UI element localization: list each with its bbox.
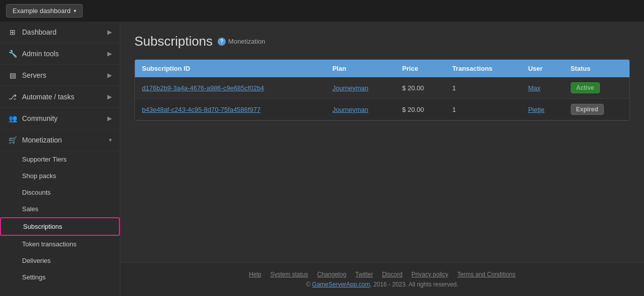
col-transactions: Transactions — [445, 60, 521, 77]
sidebar-subitem-deliveries[interactable]: Deliveries — [0, 252, 120, 269]
footer-links: HelpSystem statusChangelogTwitterDiscord… — [134, 271, 630, 278]
status-badge: Active — [571, 82, 600, 93]
badge-label: Monetization — [228, 38, 265, 45]
table-body: d176b2b9-3a4a-4676-a986-c9e685cf02b4 Jou… — [135, 77, 629, 120]
cart-icon: 🛒 — [8, 135, 17, 144]
sidebar-item-label: Admin tools — [22, 50, 59, 58]
footer-link[interactable]: Changelog — [317, 271, 346, 278]
sidebar-item-label: Servers — [22, 71, 46, 79]
wrench-icon: 🔧 — [8, 49, 17, 58]
sidebar-subitem-subscriptions[interactable]: Subscriptions — [0, 217, 120, 236]
sidebar-item-label: Automate / tasks — [22, 93, 74, 101]
sidebar-item-label: Community — [22, 114, 58, 122]
col-price: Price — [395, 60, 445, 77]
sidebar-subitem-settings[interactable]: Settings — [0, 269, 120, 285]
cell-plan: Journeyman — [326, 99, 395, 120]
cell-plan: Journeyman — [326, 77, 395, 99]
sidebar-item-label: Dashboard — [22, 28, 57, 36]
people-icon: 👥 — [8, 114, 17, 123]
dashboard-label: Example dashboard — [13, 7, 71, 15]
col-plan: Plan — [326, 60, 395, 77]
footer-site-link[interactable]: GameServerApp.com — [312, 281, 370, 288]
cell-subscription-id: b43e48af-c243-4c95-8d70-75fa4586f977 — [135, 99, 326, 120]
sidebar-subitem-token-transactions[interactable]: Token transactions — [0, 236, 120, 252]
table-header: Subscription ID Plan Price Transactions … — [135, 60, 629, 77]
sidebar: ⊞ Dashboard ▶ 🔧 Admin tools ▶ ▤ Servers … — [0, 22, 120, 296]
sidebar-item-admin-tools[interactable]: 🔧 Admin tools ▶ — [0, 43, 120, 65]
grid-icon: ⊞ — [8, 28, 17, 37]
sidebar-subitem-discounts[interactable]: Discounts — [0, 184, 120, 201]
subscriptions-table-container: Subscription ID Plan Price Transactions … — [134, 59, 630, 121]
footer-link[interactable]: Terms and Conditions — [457, 271, 516, 278]
subscription-id-link[interactable]: d176b2b9-3a4a-4676-a986-c9e685cf02b4 — [142, 84, 264, 92]
sidebar-item-dashboard[interactable]: ⊞ Dashboard ▶ — [0, 22, 120, 43]
cell-price: $ 20.00 — [395, 99, 445, 120]
main-area: Subscriptions ? Monetization Subscriptio… — [120, 22, 644, 296]
status-badge: Expired — [571, 104, 604, 115]
footer-link[interactable]: Twitter — [355, 271, 373, 278]
sidebar-subitem-shop-packs[interactable]: Shop packs — [0, 168, 120, 184]
table-header-row: Subscription ID Plan Price Transactions … — [135, 60, 629, 77]
table-row: b43e48af-c243-4c95-8d70-75fa4586f977 Jou… — [135, 99, 629, 120]
cell-status: Active — [564, 77, 629, 99]
user-link[interactable]: Max — [528, 84, 541, 92]
cell-transactions: 1 — [445, 77, 521, 99]
sidebar-subitem-supporter-tiers[interactable]: Supporter Tiers — [0, 151, 120, 168]
page-title-row: Subscriptions ? Monetization — [134, 34, 630, 49]
footer-link[interactable]: Discord — [382, 271, 403, 278]
col-user: User — [521, 60, 564, 77]
cell-price: $ 20.00 — [395, 77, 445, 99]
chevron-down-icon: ▾ — [74, 8, 76, 14]
col-subscription-id: Subscription ID — [135, 60, 326, 77]
footer-copyright: © GameServerApp.com, 2016 - 2023. All ri… — [134, 281, 630, 288]
sidebar-item-label: Monetization — [22, 136, 62, 144]
dashboard-selector-button[interactable]: Example dashboard ▾ — [6, 4, 83, 18]
cell-user: Pietje — [521, 99, 564, 120]
sidebar-item-servers[interactable]: ▤ Servers ▶ — [0, 65, 120, 86]
page-content: Subscriptions ? Monetization Subscriptio… — [120, 22, 644, 262]
user-link[interactable]: Pietje — [528, 106, 545, 113]
plan-link[interactable]: Journeyman — [333, 84, 369, 92]
branch-icon: ⎇ — [8, 92, 17, 101]
footer-link[interactable]: Privacy policy — [411, 271, 448, 278]
server-icon: ▤ — [8, 71, 17, 80]
chevron-right-icon: ▶ — [107, 93, 112, 100]
cell-user: Max — [521, 77, 564, 99]
footer: HelpSystem statusChangelogTwitterDiscord… — [120, 262, 644, 296]
cell-status: Expired — [564, 99, 629, 120]
sidebar-subitem-sales[interactable]: Sales — [0, 201, 120, 217]
chevron-right-icon: ▶ — [107, 29, 112, 36]
sidebar-item-monetization[interactable]: 🛒 Monetization ▾ — [0, 129, 120, 151]
page-title: Subscriptions — [134, 34, 213, 49]
col-status: Status — [564, 60, 629, 77]
sidebar-item-automate-tasks[interactable]: ⎇ Automate / tasks ▶ — [0, 86, 120, 108]
plan-link[interactable]: Journeyman — [333, 106, 369, 113]
chevron-right-icon: ▶ — [107, 72, 112, 79]
chevron-right-icon: ▶ — [107, 115, 112, 122]
footer-link[interactable]: Help — [249, 271, 261, 278]
monetization-badge: ? Monetization — [218, 38, 265, 46]
app-layout: ⊞ Dashboard ▶ 🔧 Admin tools ▶ ▤ Servers … — [0, 22, 644, 296]
subscriptions-table: Subscription ID Plan Price Transactions … — [135, 60, 629, 120]
cell-transactions: 1 — [445, 99, 521, 120]
subscription-id-link[interactable]: b43e48af-c243-4c95-8d70-75fa4586f977 — [142, 106, 260, 113]
top-bar: Example dashboard ▾ — [0, 0, 644, 22]
sidebar-item-community[interactable]: 👥 Community ▶ — [0, 108, 120, 129]
cell-subscription-id: d176b2b9-3a4a-4676-a986-c9e685cf02b4 — [135, 77, 326, 99]
footer-link[interactable]: System status — [270, 271, 308, 278]
chevron-down-icon: ▾ — [109, 136, 112, 143]
info-icon: ? — [218, 38, 226, 46]
chevron-right-icon: ▶ — [107, 50, 112, 57]
table-row: d176b2b9-3a4a-4676-a986-c9e685cf02b4 Jou… — [135, 77, 629, 99]
